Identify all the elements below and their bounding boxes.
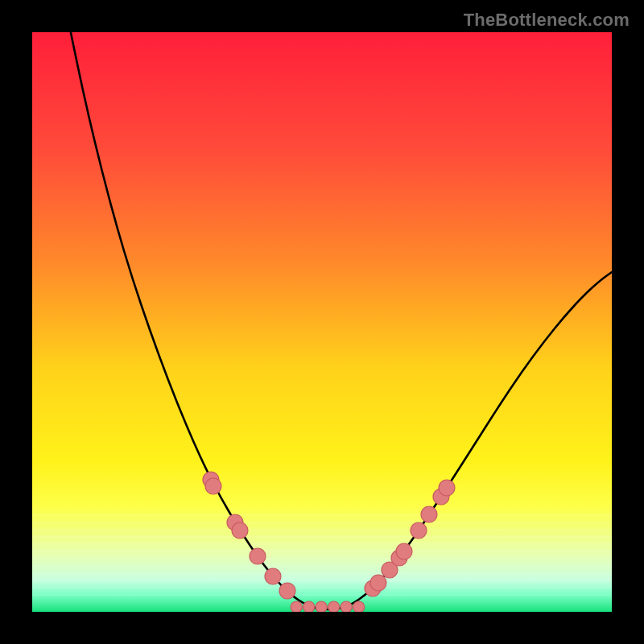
bottom-dash-segment: [328, 601, 340, 612]
data-marker: [411, 522, 427, 539]
bottom-dash-segment: [316, 601, 327, 612]
bottom-dash-segment: [341, 601, 352, 612]
data-marker: [265, 568, 281, 584]
data-marker: [421, 506, 437, 522]
bottom-dash-segment: [353, 601, 365, 612]
data-marker: [250, 548, 266, 564]
chart-svg: [32, 32, 612, 612]
watermark-text: TheBottleneck.com: [464, 10, 630, 31]
data-marker: [232, 522, 248, 539]
data-marker: [396, 543, 412, 559]
gradient-background: [32, 32, 612, 612]
bottom-dash-segment: [303, 601, 315, 612]
chart-frame: TheBottleneck.com: [0, 0, 644, 644]
data-marker: [279, 583, 295, 599]
bottom-dash-segment: [291, 601, 302, 612]
data-marker: [205, 478, 221, 494]
data-marker: [370, 575, 386, 591]
plot-area: [32, 32, 612, 612]
data-marker: [439, 480, 455, 496]
